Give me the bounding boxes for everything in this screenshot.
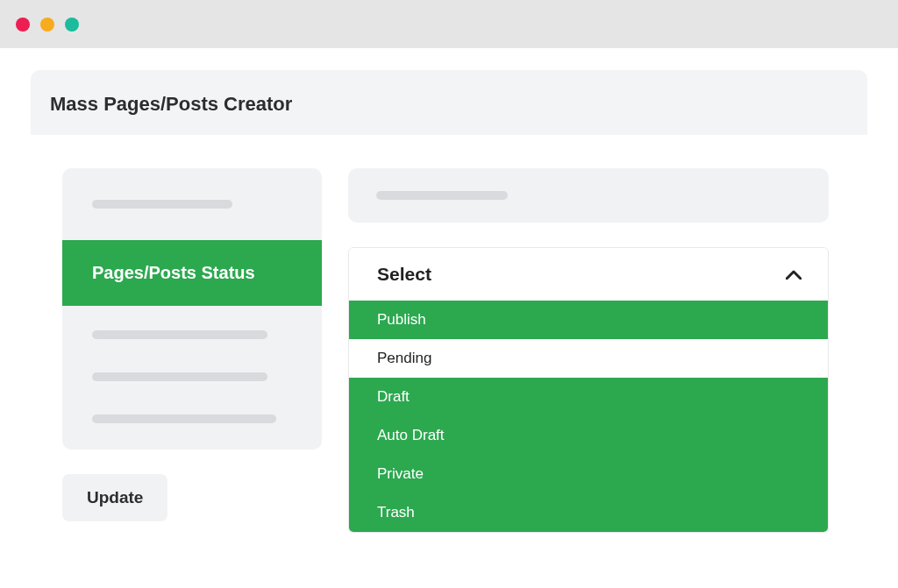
update-button[interactable]: Update xyxy=(62,474,167,521)
sidebar-item-placeholder[interactable] xyxy=(62,306,322,339)
main-card: Mass Pages/Posts Creator Pages/Posts Sta… xyxy=(31,70,867,564)
sidebar-panel: Pages/Posts Status xyxy=(62,168,322,450)
dropdown-header[interactable]: Select xyxy=(349,248,828,301)
dropdown-list: PublishPendingDraftAuto DraftPrivateTras… xyxy=(349,301,828,532)
minimize-window-dot[interactable] xyxy=(40,18,54,32)
dropdown-option[interactable]: Publish xyxy=(349,301,828,339)
chevron-up-icon xyxy=(786,270,802,280)
dropdown-option[interactable]: Draft xyxy=(349,378,828,416)
placeholder-bar xyxy=(92,372,267,381)
page-container: Mass Pages/Posts Creator Pages/Posts Sta… xyxy=(0,48,898,564)
card-header: Mass Pages/Posts Creator xyxy=(31,70,867,135)
sidebar-item-label: Pages/Posts Status xyxy=(92,263,255,283)
dropdown-option[interactable]: Pending xyxy=(349,339,828,378)
dropdown-label: Select xyxy=(377,264,431,285)
sidebar-item-status[interactable]: Pages/Posts Status xyxy=(62,240,322,306)
card-body: Pages/Posts Status Update xyxy=(31,135,867,564)
header-placeholder-box xyxy=(348,168,829,223)
status-dropdown: Select PublishPendingDraftAuto DraftPriv… xyxy=(348,247,829,533)
dropdown-option[interactable]: Auto Draft xyxy=(349,416,828,455)
sidebar-item-placeholder[interactable] xyxy=(62,381,322,423)
update-button-label: Update xyxy=(87,488,143,507)
placeholder-bar xyxy=(92,414,276,423)
sidebar-column: Pages/Posts Status Update xyxy=(62,168,322,521)
dropdown-option[interactable]: Trash xyxy=(349,493,828,532)
sidebar-item-placeholder[interactable] xyxy=(62,168,322,240)
close-window-dot[interactable] xyxy=(16,18,30,32)
page-title: Mass Pages/Posts Creator xyxy=(50,93,848,116)
dropdown-option[interactable]: Private xyxy=(349,455,828,493)
sidebar-item-placeholder[interactable] xyxy=(62,339,322,381)
placeholder-bar xyxy=(376,191,508,200)
main-column: Select PublishPendingDraftAuto DraftPriv… xyxy=(348,168,829,533)
placeholder-bar xyxy=(92,200,232,209)
placeholder-bar xyxy=(92,330,267,339)
maximize-window-dot[interactable] xyxy=(65,18,79,32)
window-chrome xyxy=(0,0,898,48)
